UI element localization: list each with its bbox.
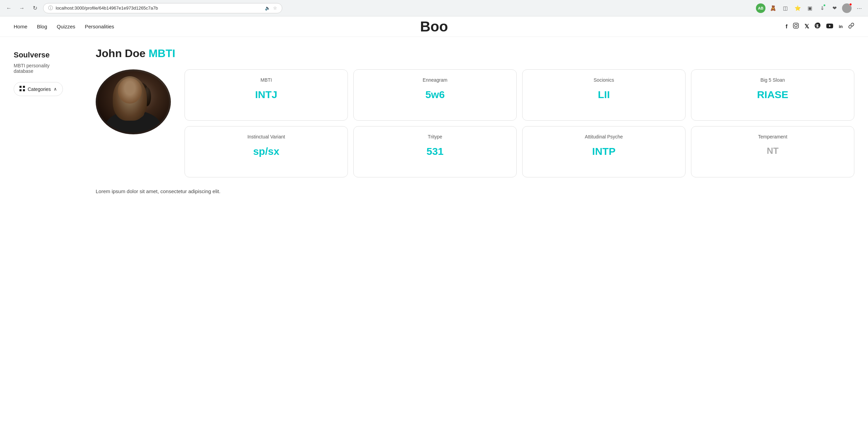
personality-card-2[interactable]: SocionicsLII [522,69,686,121]
menu-button[interactable]: ⋯ [854,3,864,13]
categories-label: Categories [28,86,51,92]
page-body: Soulverse MBTI personality database Cate… [0,37,868,442]
reload-button[interactable]: ↻ [30,3,40,13]
card-label-4: Instinctual Variant [247,134,285,139]
collections-icon[interactable]: ▣ [805,3,815,13]
browser-actions: AB 🧸 ◫ ⭐ ▣ ⇓ ❤ ⋯ [756,3,864,13]
personality-grid: MBTIINTJEnneagram5w6SocionicsLIIBig 5 Sl… [185,69,854,177]
personality-card-3[interactable]: Big 5 SloanRIASE [691,69,854,121]
card-value-5: 531 [426,146,444,157]
site-logo[interactable]: Boo [420,18,448,35]
facebook-icon[interactable]: f [786,24,787,30]
sidebar-title: Soulverse [14,51,68,59]
profile-abbr-btn[interactable]: AB [756,3,765,13]
svg-rect-5 [19,89,22,91]
extensions-icon[interactable]: 🧸 [768,3,778,13]
bio-text: Lorem ipsum dolor sit amet, consectetur … [96,188,854,194]
svg-point-12 [119,81,148,98]
svg-point-1 [795,24,798,27]
chevron-up-icon: ∧ [54,86,57,92]
personality-card-0[interactable]: MBTIINTJ [185,69,348,121]
card-value-2: LII [598,89,610,100]
card-label-1: Enneagram [423,77,447,83]
download-icon[interactable]: ⇓ [817,3,827,13]
profile-name: John Doe [96,47,146,59]
card-value-4: sp/sx [253,146,280,157]
profile-heading: John Doe MBTI [96,47,854,60]
card-label-2: Socionics [594,77,614,83]
favorites-icon[interactable]: ⭐ [793,3,802,13]
svg-point-19 [126,101,131,104]
twitter-icon[interactable]: 𝕏 [804,23,809,30]
card-label-7: Temperament [758,134,787,139]
main-content: John Doe MBTI [75,37,868,442]
youtube-icon[interactable] [826,23,833,30]
svg-point-20 [135,101,141,104]
instagram-icon[interactable] [793,23,799,30]
linkedin-icon[interactable]: in [839,24,843,29]
categories-button[interactable]: Categories ∧ [14,82,63,96]
card-value-0: INTJ [255,89,277,100]
site-header: Home Blog Quizzes Personalities Boo f 𝕏 … [0,16,868,37]
svg-rect-3 [19,86,22,88]
personality-card-1[interactable]: Enneagram5w6 [353,69,517,121]
user-avatar-button[interactable] [842,3,852,13]
personality-card-7[interactable]: TemperamentNT [691,126,854,177]
card-value-3: RIASE [757,89,788,100]
browser-chrome: ← → ↻ ⓘ localhost:3000/profile/64b14967e… [0,0,868,16]
sidebar: Soulverse MBTI personality database Cate… [0,37,75,442]
url-text: localhost:3000/profile/64b14967e1e973d12… [56,5,262,11]
info-icon: ⓘ [48,5,53,11]
svg-point-11 [119,85,148,119]
link-icon[interactable] [848,23,854,30]
read-aloud-icon: 🔈 [265,5,270,11]
card-value-1: 5w6 [425,89,445,100]
svg-rect-10 [129,109,138,119]
forward-button[interactable]: → [17,3,27,13]
nav-home[interactable]: Home [14,24,27,29]
site-nav: Home Blog Quizzes Personalities [14,24,114,29]
nav-blog[interactable]: Blog [37,24,47,29]
card-value-6: INTP [592,146,615,157]
personality-card-4[interactable]: Instinctual Variantsp/sx [185,126,348,177]
svg-point-21 [124,95,132,102]
nav-quizzes[interactable]: Quizzes [57,24,75,29]
svg-point-14 [143,87,151,106]
svg-rect-0 [794,23,799,28]
back-button[interactable]: ← [4,3,14,13]
profile-section: MBTIINTJEnneagram5w6SocionicsLIIBig 5 Sl… [96,69,854,177]
svg-rect-6 [23,89,25,91]
card-label-5: Tritype [428,134,442,139]
svg-point-13 [116,87,124,106]
svg-point-15 [122,107,144,119]
personality-card-5[interactable]: Tritype531 [353,126,517,177]
card-label-0: MBTI [260,77,272,83]
grid-icon [19,86,25,92]
social-icons: f 𝕏 in [786,23,854,30]
sidebar-subtitle: MBTI personality database [14,63,68,74]
favorites-bar-icon[interactable]: ❤ [830,3,839,13]
card-label-6: Attitudinal Psyche [585,134,623,139]
address-bar[interactable]: ⓘ localhost:3000/profile/64b14967e1e973d… [43,3,282,13]
avatar [96,69,171,134]
split-view-icon[interactable]: ◫ [781,3,790,13]
card-value-7: NT [767,146,779,156]
svg-rect-4 [23,86,25,88]
pinterest-icon[interactable] [815,23,821,30]
svg-rect-16 [125,100,132,105]
bookmark-icon: ☆ [273,5,277,11]
svg-rect-17 [134,100,142,105]
nav-personalities[interactable]: Personalities [85,24,114,29]
profile-mbti-tag[interactable]: MBTI [149,47,175,59]
personality-card-6[interactable]: Attitudinal PsycheINTP [522,126,686,177]
svg-point-2 [797,24,798,25]
card-label-3: Big 5 Sloan [760,77,785,83]
